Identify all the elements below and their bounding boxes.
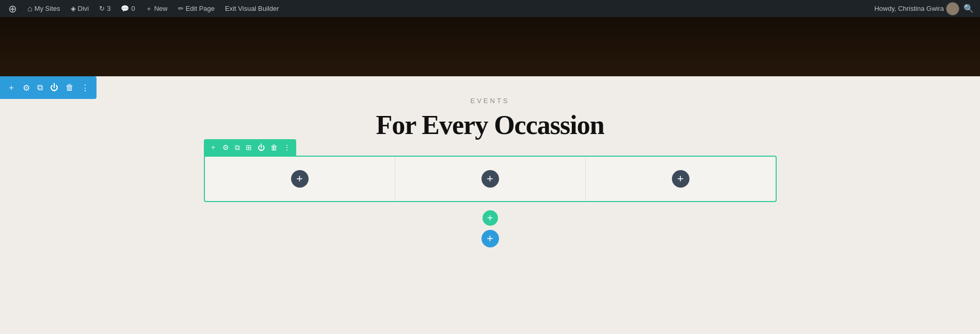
admin-bar-right: Howdy, Christina Gwira 🔍 <box>874 2 976 15</box>
plus-icon: ＋ <box>146 4 152 13</box>
search-icon[interactable]: 🔍 <box>961 2 976 15</box>
exit-builder-button[interactable]: Exit Visual Builder <box>221 0 283 17</box>
row-more-icon[interactable]: ⋮ <box>282 142 292 153</box>
comments-count: 0 <box>131 5 135 12</box>
divi-icon: ◈ <box>71 5 76 12</box>
home-icon: ⌂ <box>27 4 33 13</box>
comments-icon: 💬 <box>121 5 129 12</box>
row-power-icon[interactable]: ⏻ <box>256 142 266 153</box>
row-columns-icon[interactable]: ⊞ <box>244 142 253 153</box>
comments-menu[interactable]: 💬 0 <box>117 0 139 17</box>
content-area: EVENTS For Every Occassion ＋ ⚙ ⧉ ⊞ ⏻ 🗑 ⋮… <box>0 76 980 247</box>
section-settings-icon[interactable]: ⚙ <box>21 81 32 95</box>
edit-page-button[interactable]: ✏ Edit Page <box>174 0 219 17</box>
column-2: + <box>395 157 586 201</box>
row-copy-icon[interactable]: ⧉ <box>233 142 242 154</box>
admin-bar: ⊕ ⌂ My Sites ◈ Divi ↻ 3 💬 0 ＋ New ✏ Edit… <box>0 0 980 17</box>
column-3: + <box>586 157 776 201</box>
hero-banner <box>0 17 980 76</box>
divi-label: Divi <box>78 5 89 12</box>
wordpress-logo-icon[interactable]: ⊕ <box>4 0 21 17</box>
updates-menu[interactable]: ↻ 3 <box>95 0 115 17</box>
add-module-button-col1[interactable]: + <box>291 170 309 188</box>
column-1: + <box>205 157 395 201</box>
section-label: EVENTS <box>470 97 509 105</box>
below-row-buttons: + + <box>481 205 499 247</box>
add-row-button[interactable]: + <box>483 210 498 226</box>
my-sites-menu[interactable]: ⌂ My Sites <box>23 0 65 17</box>
add-module-button-col2[interactable]: + <box>481 170 499 188</box>
row-container: ＋ ⚙ ⧉ ⊞ ⏻ 🗑 ⋮ + + + <box>204 156 777 202</box>
my-sites-label: My Sites <box>35 5 60 12</box>
section-toolbar: ＋ ⚙ ⧉ ⏻ 🗑 ⋮ <box>0 76 97 99</box>
avatar[interactable] <box>946 2 959 15</box>
three-col-row: + + + <box>204 156 777 202</box>
divi-menu[interactable]: ◈ Divi <box>67 0 93 17</box>
section-copy-icon[interactable]: ⧉ <box>35 81 45 94</box>
section-more-icon[interactable]: ⋮ <box>79 81 91 95</box>
pencil-icon: ✏ <box>178 5 184 12</box>
add-module-button-col3[interactable]: + <box>672 170 689 188</box>
add-section-button[interactable]: + <box>481 230 499 247</box>
row-trash-icon[interactable]: 🗑 <box>269 142 279 153</box>
section-heading: For Every Occassion <box>376 110 604 140</box>
howdy-label: Howdy, Christina Gwira <box>874 5 944 12</box>
exit-builder-label: Exit Visual Builder <box>225 5 279 12</box>
section-power-icon[interactable]: ⏻ <box>48 81 60 94</box>
updates-icon: ↻ <box>99 5 105 12</box>
row-toolbar: ＋ ⚙ ⧉ ⊞ ⏻ 🗑 ⋮ <box>204 139 296 156</box>
new-label: New <box>154 5 168 12</box>
update-count: 3 <box>107 5 110 12</box>
row-add-icon[interactable]: ＋ <box>208 141 218 154</box>
section-trash-icon[interactable]: 🗑 <box>63 81 76 94</box>
section-add-icon[interactable]: ＋ <box>5 80 18 95</box>
row-settings-icon[interactable]: ⚙ <box>221 142 231 153</box>
edit-page-label: Edit Page <box>186 5 215 12</box>
new-content-menu[interactable]: ＋ New <box>141 0 172 17</box>
